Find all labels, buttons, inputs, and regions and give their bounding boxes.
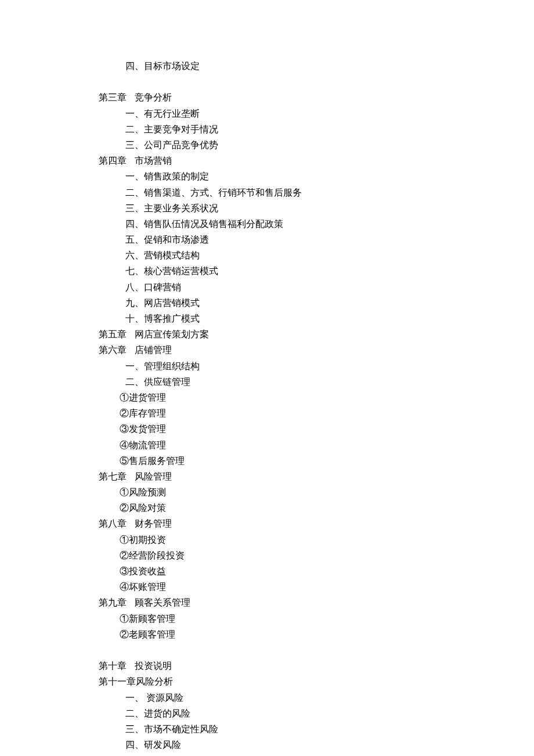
chapter-title: 网店宣传策划方案 — [135, 326, 209, 342]
chapter-label: 第九章 — [99, 595, 127, 610]
toc-item: ①风险预测 — [99, 484, 534, 500]
toc-item: 三、市场不确定性风险 — [99, 721, 534, 737]
chapter-heading: 第十章投资说明 — [99, 658, 534, 674]
toc-item: 三、公司产品竞争优势 — [99, 137, 534, 153]
chapter-heading: 第九章顾客关系管理 — [99, 595, 534, 610]
chapter-heading: 第十一章风险分析 — [99, 674, 534, 689]
toc-item: ②老顾客管理 — [99, 627, 534, 642]
blank-line — [99, 74, 534, 89]
chapter-heading: 第八章财务管理 — [99, 516, 534, 531]
chapter-title: 投资说明 — [135, 658, 172, 674]
chapter-title: 竞争分析 — [135, 89, 172, 105]
toc-item: 七、核心营销运营模式 — [99, 263, 534, 279]
chapter-label: 第八章 — [99, 516, 127, 531]
toc-item: ③发货管理 — [99, 421, 534, 437]
toc-item: 六、营销模式结构 — [99, 247, 534, 263]
toc-item: ②风险对策 — [99, 500, 534, 516]
chapter-title: 风险分析 — [136, 674, 173, 689]
toc-item: 四、研发风险 — [99, 737, 534, 753]
chapter-label: 第三章 — [99, 89, 127, 105]
chapter-heading: 第四章市场营销 — [99, 153, 534, 168]
toc-item: 五、促销和市场渗透 — [99, 232, 534, 247]
chapter-label: 第六章 — [99, 342, 127, 358]
toc-item: 四、销售队伍情况及销售福利分配政策 — [99, 216, 534, 232]
toc-item: 一、有无行业垄断 — [99, 106, 534, 121]
chapter-heading: 第三章竞争分析 — [99, 89, 534, 105]
toc-item: 二、供应链管理 — [99, 374, 534, 390]
chapter-title: 市场营销 — [135, 153, 172, 168]
chapter-title: 店铺管理 — [135, 342, 172, 358]
chapter-title: 风险管理 — [135, 469, 172, 484]
document-content: 四、目标市场设定第三章竞争分析一、有无行业垄断二、主要竞争对手情况三、公司产品竞… — [99, 58, 534, 753]
toc-item: ④坏账管理 — [99, 579, 534, 595]
chapter-label: 第十章 — [99, 658, 127, 674]
toc-item: 一、管理组织结构 — [99, 358, 534, 374]
chapter-label: 第七章 — [99, 469, 127, 484]
toc-item: 八、口碑营销 — [99, 279, 534, 295]
toc-item: 三、主要业务关系状况 — [99, 200, 534, 216]
chapter-title: 顾客关系管理 — [135, 595, 190, 610]
toc-item: 四、目标市场设定 — [99, 58, 534, 74]
chapter-heading: 第五章网店宣传策划方案 — [99, 326, 534, 342]
blank-line — [99, 642, 534, 658]
chapter-label: 第四章 — [99, 153, 127, 168]
toc-item: ⑤售后服务管理 — [99, 453, 534, 469]
toc-item: 九、网店营销模式 — [99, 295, 534, 311]
toc-item: 二、主要竞争对手情况 — [99, 121, 534, 137]
toc-item: ①进货管理 — [99, 390, 534, 405]
toc-item: ②经营阶段投资 — [99, 548, 534, 563]
toc-item: ④物流管理 — [99, 437, 534, 453]
toc-item: 一、销售政策的制定 — [99, 168, 534, 184]
toc-item: ①初期投资 — [99, 532, 534, 548]
toc-item: ③投资收益 — [99, 563, 534, 579]
chapter-heading: 第七章风险管理 — [99, 469, 534, 484]
chapter-label: 第十一章 — [99, 674, 136, 689]
toc-item: 一、 资源风险 — [99, 690, 534, 705]
toc-item: 二、进货的风险 — [99, 705, 534, 721]
toc-item: 十、博客推广模式 — [99, 311, 534, 326]
chapter-label: 第五章 — [99, 326, 127, 342]
chapter-heading: 第六章店铺管理 — [99, 342, 534, 358]
toc-item: ②库存管理 — [99, 405, 534, 421]
toc-item: 二、销售渠道、方式、行销环节和售后服务 — [99, 185, 534, 200]
chapter-title: 财务管理 — [135, 516, 172, 531]
toc-item: ①新顾客管理 — [99, 611, 534, 627]
